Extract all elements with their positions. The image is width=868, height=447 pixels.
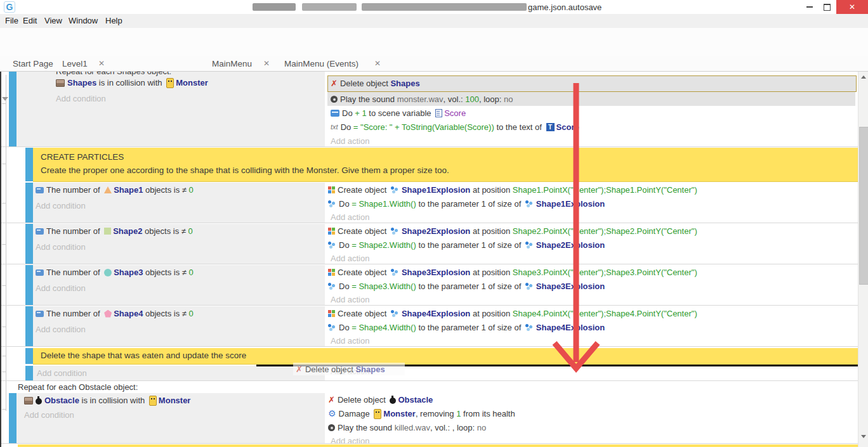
add-condition-link[interactable]: Add condition: [37, 368, 87, 378]
value: 0: [189, 308, 194, 319]
scene-variable-icon: [435, 109, 442, 117]
action-delete-obstacle[interactable]: ✗ Delete object Obstacle: [328, 394, 433, 405]
add-condition-link[interactable]: Add condition: [36, 201, 86, 211]
scroll-up-icon[interactable]: [861, 75, 866, 79]
add-condition-link[interactable]: Add condition: [24, 410, 74, 420]
expression: + 1: [355, 108, 366, 119]
menu-window[interactable]: Window: [69, 16, 98, 25]
action-size-shape4explosion[interactable]: Do = Shape4.Width() to the parameter 1 o…: [328, 322, 605, 333]
add-condition-link[interactable]: Add condition: [56, 94, 106, 103]
action-size-shape3explosion[interactable]: Do = Shape3.Width() to the parameter 1 o…: [328, 281, 605, 292]
monster-icon: [166, 78, 174, 88]
object-name: Shape1Explosion: [536, 198, 605, 209]
particle-icon: [328, 200, 331, 204]
tab-start-page[interactable]: Start Page: [13, 59, 53, 68]
action-create-shape4explosion[interactable]: Create object Shape4Explosion at positio…: [328, 308, 697, 319]
particle-icon: [525, 242, 529, 245]
event-shape4-selection-bar[interactable]: [25, 306, 33, 346]
action-damage-monster[interactable]: ⚙ Damage Monster , removing 1 from its h…: [328, 408, 515, 419]
action-set-score-text[interactable]: txt Do = "Score: " + ToString(Variable(S…: [331, 122, 579, 133]
add-action-link[interactable]: Add action: [331, 295, 369, 304]
delete-icon: ✗: [296, 365, 303, 374]
action-size-shape1explosion[interactable]: Do = Shape1.Width() to the parameter 1 o…: [328, 198, 605, 209]
add-action-link[interactable]: Add action: [331, 254, 369, 263]
object-name: Shape2Explosion: [536, 240, 605, 250]
drop-row-selection-bar[interactable]: [25, 366, 33, 380]
event-obstacle-header[interactable]: Repeat for each Obstacle object:: [18, 382, 138, 392]
scrollbar-thumb[interactable]: [859, 127, 868, 285]
maximize-button[interactable]: [819, 0, 835, 14]
tree-guide-line: [6, 75, 6, 411]
scroll-down-icon[interactable]: [861, 435, 866, 438]
particle-icon: [328, 283, 331, 286]
object-name: Shapes: [390, 78, 419, 89]
event-shapes-header-clip[interactable]: Repeat for each Shapes object:: [56, 72, 322, 76]
editor-tab-bar: Start Page Level1 ✕ Level1 (Events) ✕ Ma…: [0, 56, 868, 72]
vertical-scrollbar[interactable]: [858, 72, 868, 447]
particle-icon: [391, 269, 394, 272]
object-count-icon: [36, 311, 44, 317]
action-text: , vol.: , loop:: [430, 422, 477, 433]
event-shape1-selection-bar[interactable]: [25, 183, 33, 223]
event-obstacle-selection-bar[interactable]: [9, 393, 16, 444]
add-condition-link[interactable]: Add condition: [36, 283, 86, 293]
tree-guide-tick: [2, 203, 6, 204]
obstacle-icon: [36, 398, 42, 405]
comment-create-particles[interactable]: CREATE PARTICLES Create the proper one a…: [33, 148, 858, 182]
action-create-shape3explosion[interactable]: Create object Shape3Explosion at positio…: [328, 267, 697, 278]
menu-edit[interactable]: Edit: [23, 16, 37, 25]
action-delete-shapes[interactable]: ✗ Delete object Shapes: [331, 78, 420, 89]
action-text: Damage: [339, 408, 372, 419]
add-condition-link[interactable]: Add condition: [36, 325, 86, 334]
redacted-title-segment: [362, 3, 527, 11]
action-create-shape2explosion[interactable]: Create object Shape2Explosion at positio…: [328, 226, 697, 236]
tab-mainmenu-close-icon[interactable]: ✕: [263, 59, 270, 68]
tab-mainmenu[interactable]: MainMenu: [212, 59, 252, 68]
condition-shape1-count[interactable]: The number of Shape1 objects is ≠ 0: [36, 185, 194, 195]
action-create-shape1explosion[interactable]: Create object Shape1Explosion at positio…: [328, 185, 697, 195]
action-add-score-variable[interactable]: Do + 1 to scene variable Score: [331, 108, 466, 119]
minimize-button[interactable]: [801, 0, 819, 14]
condition-obstacle-collision[interactable]: Obstacle is in collision with Monster: [24, 395, 190, 406]
comment-selection-bar[interactable]: [25, 148, 33, 181]
objects-icon: [56, 79, 65, 87]
tab-level1-close-icon[interactable]: ✕: [98, 59, 105, 68]
loop-value: no: [504, 94, 513, 105]
menu-bar: File Edit View Window Help: [0, 14, 868, 29]
add-condition-link[interactable]: Add condition: [36, 242, 86, 252]
menu-view[interactable]: View: [44, 16, 62, 25]
text-object-icon: T: [546, 123, 555, 131]
menu-help[interactable]: Help: [105, 16, 122, 25]
add-action-link[interactable]: Add action: [331, 136, 369, 146]
close-button[interactable]: ✕: [836, 0, 868, 14]
event-shape3-selection-bar[interactable]: [25, 265, 33, 305]
comment-partial[interactable]: [18, 444, 858, 447]
event-shapes-selection-bar[interactable]: [9, 72, 16, 146]
comment-delete-shape[interactable]: Delete the shape that was eaten and upda…: [33, 348, 858, 365]
comment-selection-bar[interactable]: [25, 348, 33, 364]
action-text: at position: [470, 308, 513, 319]
action-play-sound-killed[interactable]: Play the sound killed.wav , vol.: , loop…: [328, 422, 486, 433]
particle-icon: [525, 200, 529, 204]
condition-shape3-count[interactable]: The number of Shape3 objects is ≠ 0: [36, 267, 194, 278]
tab-mainmenu-events-close-icon[interactable]: ✕: [374, 59, 381, 68]
event-shape2-selection-bar[interactable]: [25, 224, 33, 264]
condition-text: objects is: [142, 226, 181, 236]
action-play-sound-monster[interactable]: Play the sound monster.wav , vol.: 100 ,…: [331, 94, 513, 105]
action-text: Do: [339, 322, 352, 333]
action-size-shape2explosion[interactable]: Do = Shape2.Width() to the parameter 1 o…: [328, 240, 605, 250]
add-action-link[interactable]: Add action: [331, 212, 369, 222]
tab-level1[interactable]: Level1: [62, 59, 88, 68]
condition-shape4-count[interactable]: The number of Shape4 objects is ≠ 0: [36, 308, 194, 319]
tab-mainmenu-events[interactable]: MainMenu (Events): [284, 59, 358, 68]
tree-guide-tick: [2, 164, 6, 164]
action-text: Create object: [338, 226, 389, 236]
condition-shape2-count[interactable]: The number of Shape2 objects is ≠ 0: [36, 226, 193, 236]
add-action-link[interactable]: Add action: [331, 336, 369, 346]
object-name: Score: [556, 122, 579, 133]
condition-shapes-collision[interactable]: Shapes is in collision with Monster: [56, 77, 208, 88]
fold-event-icon[interactable]: [2, 97, 8, 101]
create-object-icon: [328, 269, 331, 272]
action-text: Do: [342, 108, 355, 119]
menu-file[interactable]: File: [5, 16, 18, 25]
